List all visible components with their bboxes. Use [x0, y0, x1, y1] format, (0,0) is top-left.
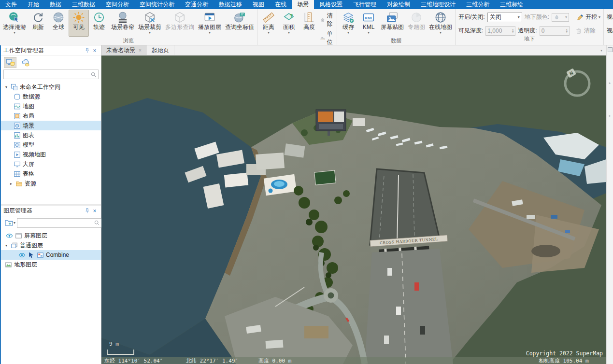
- underground-depth-input[interactable]: 1,000 ▴▾: [485, 26, 515, 36]
- dig-icon: [576, 14, 584, 21]
- ribbon-group-data: 缓存 ▾ KML ▾ 屏幕贴图 专题图 在线地图 ▾ 数据: [337, 9, 456, 45]
- underground-opacity-input[interactable]: 0 ▴▾: [540, 26, 570, 36]
- tree-item-chart[interactable]: 图表: [1, 130, 101, 140]
- dig-button[interactable]: 开挖 ▾: [576, 13, 600, 21]
- map-icon: [14, 103, 21, 110]
- doc-tab-scene[interactable]: 未命名场景 ×: [101, 45, 147, 55]
- menu-tab-scene[interactable]: 场景: [292, 0, 314, 9]
- layer-tree: 屏幕图层 ▾ 普通图层 Combine 地形图层: [1, 229, 101, 364]
- tree-item-table[interactable]: 表格: [1, 169, 101, 179]
- local-workspace-button[interactable]: [4, 57, 16, 68]
- track-button[interactable]: 轨迹: [89, 10, 109, 37]
- expander-icon[interactable]: ▾: [4, 85, 9, 89]
- global-button[interactable]: 全球: [48, 10, 69, 37]
- menu-tab-3d-data[interactable]: 三维数据: [67, 0, 100, 9]
- close-tab-icon[interactable]: ×: [139, 48, 142, 53]
- layout-icon: [14, 112, 21, 120]
- spinner-buttons[interactable]: ▴▾: [512, 28, 513, 33]
- spinner-buttons[interactable]: ▴▾: [566, 28, 568, 33]
- tree-item-resources[interactable]: ▸ 资源: [1, 179, 101, 188]
- menu-tab-3d-analysis[interactable]: 三维分析: [461, 0, 495, 9]
- sun-icon: [72, 11, 85, 24]
- tree-item-video-map[interactable]: 视频地图: [1, 150, 101, 159]
- folder-icon: [15, 180, 23, 187]
- tree-item-layout[interactable]: 布局: [1, 111, 101, 121]
- cache-button[interactable]: 缓存 ▾: [338, 10, 358, 37]
- menu-tab-data-migration[interactable]: 数据迁移: [214, 0, 247, 9]
- workspace-search-input[interactable]: [5, 71, 90, 78]
- visible-button[interactable]: 可见: [69, 10, 89, 37]
- right-dock-strip[interactable]: ▸ ▸: [606, 45, 613, 364]
- menu-tab-3d-geodesign[interactable]: 三维地理设计: [415, 0, 461, 9]
- expander-icon[interactable]: ▾: [4, 243, 9, 248]
- menu-tab-spatial-statistics[interactable]: 空间统计分析: [134, 0, 180, 9]
- pin-icon[interactable]: [83, 47, 91, 55]
- menu-tab-online[interactable]: 在线: [270, 0, 292, 9]
- menu-tab-object-drawing[interactable]: 对象绘制: [382, 0, 415, 9]
- terrain-layer-icon: [5, 261, 12, 268]
- menu-tab-style-settings[interactable]: 风格设置: [314, 0, 348, 9]
- tree-item-map[interactable]: 地图: [1, 101, 101, 111]
- thematic-map-button[interactable]: 专题图: [406, 10, 427, 37]
- select-roam-button[interactable]: 选择漫游 ▾: [1, 10, 28, 37]
- menu-tab-traffic-analysis[interactable]: 交通分析: [180, 0, 214, 9]
- scene-swipe-button[interactable]: 场景卷帘: [109, 10, 136, 37]
- online-map-button[interactable]: 在线地图 ▾: [427, 10, 454, 37]
- area-button[interactable]: 面积 ▾: [279, 10, 299, 37]
- tree-item-workspace-root[interactable]: ▾ 未命名工作空间: [1, 82, 101, 92]
- tree-item-big-screen[interactable]: 大屏: [1, 159, 101, 169]
- main-area: 未命名场景 × 起始页 ▾: [101, 45, 606, 364]
- measure-clear-button[interactable]: 清除: [320, 12, 335, 28]
- expand-arrow-icon[interactable]: ▸: [609, 114, 611, 118]
- tree-item-model[interactable]: 模型: [1, 140, 101, 150]
- sports-court: [314, 170, 336, 185]
- menu-tab-3d-plotting[interactable]: 三维标绘: [495, 0, 528, 9]
- cloud-database-icon: [21, 58, 30, 67]
- tab-list-chevron-icon[interactable]: ▾: [597, 45, 606, 55]
- expander-icon[interactable]: ▸: [9, 182, 14, 186]
- menu-tab-spatial-analysis[interactable]: 空间分析: [100, 0, 134, 9]
- screen-layer-icon: [15, 232, 22, 239]
- measure-unit-button[interactable]: 单位: [320, 30, 335, 45]
- pin-icon[interactable]: [83, 207, 91, 215]
- workspace-icon: [11, 84, 18, 91]
- table-icon: [14, 170, 21, 178]
- play-layer-button[interactable]: 播放图层 ▾: [196, 10, 223, 37]
- layer-item-screen-layer[interactable]: 屏幕图层: [1, 231, 101, 240]
- polygon-query-button[interactable]: 多边形查询: [163, 10, 196, 37]
- expand-arrow-icon[interactable]: ▸: [609, 81, 611, 85]
- layer-item-normal-layers[interactable]: ▾ 普通图层: [1, 240, 101, 250]
- underground-clear-button[interactable]: 清除: [575, 27, 596, 35]
- query-coordinate-button[interactable]: 查询坐标值: [223, 10, 256, 37]
- layer-item-terrain-layer[interactable]: 地形图层: [1, 260, 101, 269]
- refresh-button[interactable]: 刷新: [28, 10, 48, 37]
- close-icon[interactable]: ×: [91, 47, 99, 55]
- distance-button[interactable]: 距离 ▾: [258, 10, 279, 37]
- eye-icon[interactable]: [18, 252, 26, 259]
- close-icon[interactable]: ×: [91, 207, 99, 215]
- query-coordinate-icon: [233, 11, 246, 24]
- kml-button[interactable]: KML ▾: [358, 10, 379, 37]
- underground-toggle-select[interactable]: 关闭 ▾: [487, 13, 522, 22]
- menu-tab-home[interactable]: 开始: [22, 0, 44, 9]
- docked-panel-icon[interactable]: [608, 47, 613, 52]
- menu-tab-data[interactable]: 数据: [44, 0, 67, 9]
- add-layer-button[interactable]: ▾: [4, 217, 16, 228]
- screen-paste-button[interactable]: 屏幕贴图: [379, 10, 406, 37]
- menu-tab-file[interactable]: 文件: [0, 0, 22, 9]
- menu-tab-flight-management[interactable]: 飞行管理: [348, 0, 382, 9]
- layer-search-input[interactable]: [19, 220, 94, 226]
- underground-color-picker[interactable]: ▾: [552, 13, 569, 22]
- 3d-viewport[interactable]: CROSS HARBOUR TUNNEL: [101, 56, 606, 364]
- eye-icon[interactable]: [6, 232, 13, 239]
- menu-tab-view[interactable]: 视图: [247, 0, 270, 9]
- tree-item-datasource[interactable]: 数据源: [1, 92, 101, 101]
- 3d-scene[interactable]: CROSS HARBOUR TUNNEL: [101, 56, 606, 364]
- height-button[interactable]: 高度: [299, 10, 319, 37]
- scene-clip-button[interactable]: 场景裁剪 ▾: [136, 10, 163, 37]
- tree-item-scene[interactable]: 场景: [1, 121, 101, 130]
- layer-item-combine[interactable]: Combine: [1, 250, 101, 260]
- doc-tab-start-page[interactable]: 起始页: [147, 45, 174, 55]
- cloud-workspace-button[interactable]: [19, 57, 32, 68]
- select-roam-icon: [8, 11, 21, 24]
